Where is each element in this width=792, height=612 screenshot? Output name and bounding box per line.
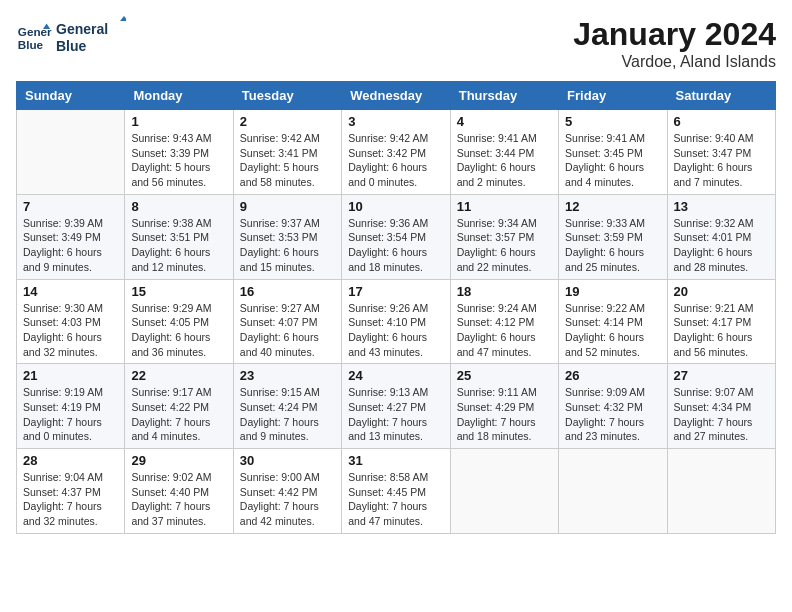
calendar-cell: 29Sunrise: 9:02 AM Sunset: 4:40 PM Dayli…: [125, 449, 233, 534]
week-row-2: 14Sunrise: 9:30 AM Sunset: 4:03 PM Dayli…: [17, 279, 776, 364]
logo-svg: General Blue: [56, 16, 126, 60]
day-info: Sunrise: 9:39 AM Sunset: 3:49 PM Dayligh…: [23, 216, 118, 275]
day-info: Sunrise: 9:32 AM Sunset: 4:01 PM Dayligh…: [674, 216, 769, 275]
day-number: 30: [240, 453, 335, 468]
day-info: Sunrise: 9:42 AM Sunset: 3:42 PM Dayligh…: [348, 131, 443, 190]
calendar-cell: 7Sunrise: 9:39 AM Sunset: 3:49 PM Daylig…: [17, 194, 125, 279]
day-info: Sunrise: 9:33 AM Sunset: 3:59 PM Dayligh…: [565, 216, 660, 275]
day-info: Sunrise: 9:29 AM Sunset: 4:05 PM Dayligh…: [131, 301, 226, 360]
day-info: Sunrise: 9:37 AM Sunset: 3:53 PM Dayligh…: [240, 216, 335, 275]
day-info: Sunrise: 9:21 AM Sunset: 4:17 PM Dayligh…: [674, 301, 769, 360]
day-info: Sunrise: 9:30 AM Sunset: 4:03 PM Dayligh…: [23, 301, 118, 360]
day-info: Sunrise: 9:02 AM Sunset: 4:40 PM Dayligh…: [131, 470, 226, 529]
day-number: 17: [348, 284, 443, 299]
title-block: January 2024 Vardoe, Aland Islands: [573, 16, 776, 71]
logo-icon: General Blue: [16, 20, 52, 56]
calendar-cell: 17Sunrise: 9:26 AM Sunset: 4:10 PM Dayli…: [342, 279, 450, 364]
day-info: Sunrise: 9:17 AM Sunset: 4:22 PM Dayligh…: [131, 385, 226, 444]
day-number: 15: [131, 284, 226, 299]
svg-text:General: General: [56, 21, 108, 37]
day-number: 14: [23, 284, 118, 299]
svg-marker-5: [120, 16, 126, 21]
day-number: 26: [565, 368, 660, 383]
page-header: General Blue General Blue General Blue J…: [16, 16, 776, 71]
calendar-cell: 14Sunrise: 9:30 AM Sunset: 4:03 PM Dayli…: [17, 279, 125, 364]
calendar-body: 1Sunrise: 9:43 AM Sunset: 3:39 PM Daylig…: [17, 110, 776, 534]
header-tuesday: Tuesday: [233, 82, 341, 110]
calendar-cell: 16Sunrise: 9:27 AM Sunset: 4:07 PM Dayli…: [233, 279, 341, 364]
day-number: 18: [457, 284, 552, 299]
calendar-cell: [450, 449, 558, 534]
day-number: 11: [457, 199, 552, 214]
day-number: 28: [23, 453, 118, 468]
calendar-cell: 5Sunrise: 9:41 AM Sunset: 3:45 PM Daylig…: [559, 110, 667, 195]
day-number: 9: [240, 199, 335, 214]
day-number: 7: [23, 199, 118, 214]
svg-text:Blue: Blue: [18, 38, 44, 51]
day-info: Sunrise: 9:38 AM Sunset: 3:51 PM Dayligh…: [131, 216, 226, 275]
calendar-cell: 30Sunrise: 9:00 AM Sunset: 4:42 PM Dayli…: [233, 449, 341, 534]
day-info: Sunrise: 9:43 AM Sunset: 3:39 PM Dayligh…: [131, 131, 226, 190]
day-number: 6: [674, 114, 769, 129]
calendar-cell: 12Sunrise: 9:33 AM Sunset: 3:59 PM Dayli…: [559, 194, 667, 279]
day-info: Sunrise: 9:42 AM Sunset: 3:41 PM Dayligh…: [240, 131, 335, 190]
calendar-cell: 25Sunrise: 9:11 AM Sunset: 4:29 PM Dayli…: [450, 364, 558, 449]
day-info: Sunrise: 9:41 AM Sunset: 3:44 PM Dayligh…: [457, 131, 552, 190]
calendar-cell: 19Sunrise: 9:22 AM Sunset: 4:14 PM Dayli…: [559, 279, 667, 364]
day-number: 21: [23, 368, 118, 383]
calendar-cell: [17, 110, 125, 195]
calendar-cell: 21Sunrise: 9:19 AM Sunset: 4:19 PM Dayli…: [17, 364, 125, 449]
day-number: 3: [348, 114, 443, 129]
calendar-cell: 6Sunrise: 9:40 AM Sunset: 3:47 PM Daylig…: [667, 110, 775, 195]
location-title: Vardoe, Aland Islands: [573, 53, 776, 71]
calendar-cell: 31Sunrise: 8:58 AM Sunset: 4:45 PM Dayli…: [342, 449, 450, 534]
calendar-table: SundayMondayTuesdayWednesdayThursdayFrid…: [16, 81, 776, 534]
day-number: 12: [565, 199, 660, 214]
day-number: 1: [131, 114, 226, 129]
header-friday: Friday: [559, 82, 667, 110]
week-row-0: 1Sunrise: 9:43 AM Sunset: 3:39 PM Daylig…: [17, 110, 776, 195]
day-info: Sunrise: 9:34 AM Sunset: 3:57 PM Dayligh…: [457, 216, 552, 275]
header-saturday: Saturday: [667, 82, 775, 110]
calendar-cell: 20Sunrise: 9:21 AM Sunset: 4:17 PM Dayli…: [667, 279, 775, 364]
week-row-1: 7Sunrise: 9:39 AM Sunset: 3:49 PM Daylig…: [17, 194, 776, 279]
header-wednesday: Wednesday: [342, 82, 450, 110]
calendar-cell: 26Sunrise: 9:09 AM Sunset: 4:32 PM Dayli…: [559, 364, 667, 449]
calendar-header-row: SundayMondayTuesdayWednesdayThursdayFrid…: [17, 82, 776, 110]
day-number: 23: [240, 368, 335, 383]
day-number: 22: [131, 368, 226, 383]
svg-text:Blue: Blue: [56, 38, 87, 54]
calendar-cell: 28Sunrise: 9:04 AM Sunset: 4:37 PM Dayli…: [17, 449, 125, 534]
day-number: 24: [348, 368, 443, 383]
day-number: 20: [674, 284, 769, 299]
day-number: 31: [348, 453, 443, 468]
day-number: 4: [457, 114, 552, 129]
calendar-cell: [559, 449, 667, 534]
day-info: Sunrise: 9:15 AM Sunset: 4:24 PM Dayligh…: [240, 385, 335, 444]
day-info: Sunrise: 9:27 AM Sunset: 4:07 PM Dayligh…: [240, 301, 335, 360]
week-row-4: 28Sunrise: 9:04 AM Sunset: 4:37 PM Dayli…: [17, 449, 776, 534]
day-info: Sunrise: 9:41 AM Sunset: 3:45 PM Dayligh…: [565, 131, 660, 190]
day-number: 19: [565, 284, 660, 299]
day-number: 2: [240, 114, 335, 129]
day-info: Sunrise: 9:07 AM Sunset: 4:34 PM Dayligh…: [674, 385, 769, 444]
day-info: Sunrise: 9:09 AM Sunset: 4:32 PM Dayligh…: [565, 385, 660, 444]
calendar-cell: 24Sunrise: 9:13 AM Sunset: 4:27 PM Dayli…: [342, 364, 450, 449]
calendar-cell: 22Sunrise: 9:17 AM Sunset: 4:22 PM Dayli…: [125, 364, 233, 449]
day-number: 10: [348, 199, 443, 214]
day-number: 13: [674, 199, 769, 214]
calendar-cell: 11Sunrise: 9:34 AM Sunset: 3:57 PM Dayli…: [450, 194, 558, 279]
calendar-cell: 18Sunrise: 9:24 AM Sunset: 4:12 PM Dayli…: [450, 279, 558, 364]
calendar-cell: 9Sunrise: 9:37 AM Sunset: 3:53 PM Daylig…: [233, 194, 341, 279]
day-number: 16: [240, 284, 335, 299]
day-info: Sunrise: 9:36 AM Sunset: 3:54 PM Dayligh…: [348, 216, 443, 275]
calendar-cell: 1Sunrise: 9:43 AM Sunset: 3:39 PM Daylig…: [125, 110, 233, 195]
header-monday: Monday: [125, 82, 233, 110]
day-info: Sunrise: 9:00 AM Sunset: 4:42 PM Dayligh…: [240, 470, 335, 529]
day-info: Sunrise: 8:58 AM Sunset: 4:45 PM Dayligh…: [348, 470, 443, 529]
day-number: 27: [674, 368, 769, 383]
logo: General Blue General Blue General Blue: [16, 16, 126, 60]
day-info: Sunrise: 9:24 AM Sunset: 4:12 PM Dayligh…: [457, 301, 552, 360]
day-info: Sunrise: 9:40 AM Sunset: 3:47 PM Dayligh…: [674, 131, 769, 190]
calendar-cell: 27Sunrise: 9:07 AM Sunset: 4:34 PM Dayli…: [667, 364, 775, 449]
